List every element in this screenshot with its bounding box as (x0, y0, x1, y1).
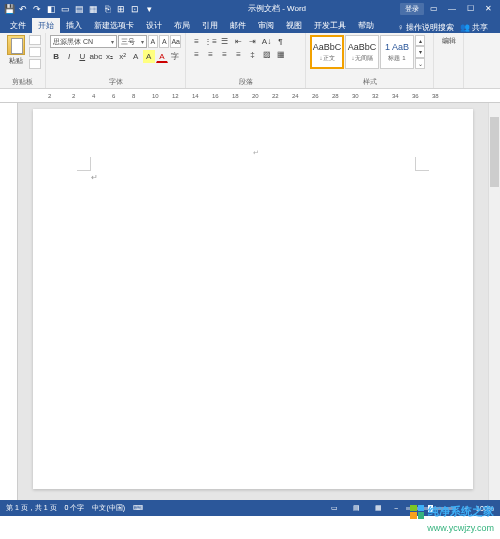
web-layout-icon[interactable]: ▦ (372, 502, 386, 514)
bullets-button[interactable]: ≡ (190, 35, 203, 48)
italic-button[interactable]: I (63, 50, 75, 63)
status-insert-icon[interactable]: ⌨ (133, 504, 143, 512)
tab-review[interactable]: 审阅 (252, 18, 280, 33)
scrollbar-vertical[interactable] (488, 103, 500, 500)
copy-button[interactable] (29, 47, 41, 57)
tab-layout[interactable]: 布局 (168, 18, 196, 33)
qat-icon-5[interactable]: ⎘ (102, 4, 112, 14)
indent-inc-button[interactable]: ⇥ (246, 35, 259, 48)
style-heading1[interactable]: 1 AaB 标题 1 (380, 35, 414, 69)
qat-icon-2[interactable]: ▭ (60, 4, 70, 14)
maximize-icon[interactable]: ☐ (462, 2, 478, 16)
tab-developer[interactable]: 开发工具 (308, 18, 352, 33)
shrink-font-button[interactable]: A (159, 35, 169, 48)
tab-file[interactable]: 文件 (4, 18, 32, 33)
minimize-icon[interactable]: — (444, 2, 460, 16)
superscript-button[interactable]: x² (116, 50, 128, 63)
margin-corner-tr (415, 157, 429, 171)
style-nospacing[interactable]: AaBbC ↓无间隔 (345, 35, 379, 69)
indent-dec-button[interactable]: ⇤ (232, 35, 245, 48)
sort-button[interactable]: A↓ (260, 35, 273, 48)
align-center-button[interactable]: ≡ (204, 48, 217, 61)
paragraph-label: 段落 (190, 77, 301, 87)
tab-view[interactable]: 视图 (280, 18, 308, 33)
qat-icon-6[interactable]: ⊞ (116, 4, 126, 14)
font-name-combo[interactable]: 思源黑体 CN▾ (50, 35, 117, 48)
styles-more-icon[interactable]: ⌄ (415, 58, 425, 69)
shading-button[interactable]: ▨ (260, 48, 273, 61)
clipboard-icon (7, 35, 25, 55)
status-lang[interactable]: 中文(中国) (92, 503, 125, 513)
tab-design[interactable]: 设计 (140, 18, 168, 33)
ruler-horizontal[interactable]: 2 2 4 6 8 10 12 14 16 18 20 22 24 26 28 … (0, 89, 500, 103)
tab-references[interactable]: 引用 (196, 18, 224, 33)
borders-button[interactable]: ▦ (274, 48, 287, 61)
watermark-text: 纯净系统之家 (428, 504, 494, 519)
qat-icon-1[interactable]: ◧ (46, 4, 56, 14)
qat-icon-3[interactable]: ▤ (74, 4, 84, 14)
window-title: 示例文档 - Word (154, 3, 400, 14)
styles-down-icon[interactable]: ▾ (415, 46, 425, 57)
header-mark: ↵ (253, 149, 259, 157)
print-layout-icon[interactable]: ▤ (350, 502, 364, 514)
show-marks-button[interactable]: ¶ (274, 35, 287, 48)
text-effects-button[interactable]: A (130, 50, 142, 63)
chevron-down-icon: ▾ (111, 38, 114, 45)
font-size-combo[interactable]: 三号▾ (118, 35, 146, 48)
highlight-button[interactable]: A (143, 50, 155, 63)
tellme-search[interactable]: ♀ 操作说明搜索 (398, 22, 454, 33)
bold-button[interactable]: B (50, 50, 62, 63)
read-mode-icon[interactable]: ▭ (328, 502, 342, 514)
undo-icon[interactable]: ↶ (18, 4, 28, 14)
document-area[interactable]: ↵ ↵ (18, 103, 488, 500)
login-button[interactable]: 登录 (400, 3, 424, 15)
save-icon[interactable]: 💾 (4, 4, 14, 14)
paste-button[interactable]: 粘贴 (4, 35, 27, 66)
page[interactable]: ↵ ↵ (33, 109, 473, 489)
strike-button[interactable]: abc (89, 50, 102, 63)
ruler-vertical[interactable] (0, 103, 18, 500)
chevron-down-icon: ▾ (141, 38, 144, 45)
status-words[interactable]: 0 个字 (65, 503, 85, 513)
status-page[interactable]: 第 1 页，共 1 页 (6, 503, 57, 513)
phonetic-button[interactable]: 字 (169, 50, 181, 63)
qat-icon-7[interactable]: ⊡ (130, 4, 140, 14)
tab-insert[interactable]: 插入 (60, 18, 88, 33)
font-label: 字体 (50, 77, 181, 87)
margin-corner-tl (77, 157, 91, 171)
zoom-out-button[interactable]: − (394, 505, 398, 512)
ribbon-options-icon[interactable]: ▭ (426, 2, 442, 16)
styles-label: 样式 (310, 77, 429, 87)
change-case-button[interactable]: Aa (170, 35, 181, 48)
qat-more-icon[interactable]: ▾ (144, 4, 154, 14)
styles-up-icon[interactable]: ▴ (415, 35, 425, 46)
format-painter-button[interactable] (29, 59, 41, 69)
tab-home[interactable]: 开始 (32, 18, 60, 33)
grow-font-button[interactable]: A (148, 35, 158, 48)
redo-icon[interactable]: ↷ (32, 4, 42, 14)
close-icon[interactable]: ✕ (480, 2, 496, 16)
qat-icon-4[interactable]: ▦ (88, 4, 98, 14)
justify-button[interactable]: ≡ (232, 48, 245, 61)
align-left-button[interactable]: ≡ (190, 48, 203, 61)
share-button[interactable]: 👥 共享 (460, 22, 488, 33)
font-color-button[interactable]: A (156, 50, 168, 63)
tab-mailings[interactable]: 邮件 (224, 18, 252, 33)
align-right-button[interactable]: ≡ (218, 48, 231, 61)
clipboard-label: 剪贴板 (4, 77, 41, 87)
cut-button[interactable] (29, 35, 41, 45)
style-normal[interactable]: AaBbC ↓正文 (310, 35, 344, 69)
underline-button[interactable]: U (76, 50, 88, 63)
scrollbar-thumb[interactable] (490, 117, 499, 187)
multilevel-button[interactable]: ☰ (218, 35, 231, 48)
watermark-logo-icon (410, 505, 424, 519)
tab-newtab[interactable]: 新建选项卡 (88, 18, 140, 33)
watermark-url: www.ycwjzy.com (427, 523, 494, 533)
line-spacing-button[interactable]: ‡ (246, 48, 259, 61)
editing-button[interactable]: 编辑 (438, 35, 459, 47)
watermark: 纯净系统之家 (410, 504, 494, 519)
numbering-button[interactable]: ⋮≡ (204, 35, 217, 48)
paragraph-mark: ↵ (91, 173, 98, 182)
subscript-button[interactable]: x₂ (103, 50, 115, 63)
tab-help[interactable]: 帮助 (352, 18, 380, 33)
